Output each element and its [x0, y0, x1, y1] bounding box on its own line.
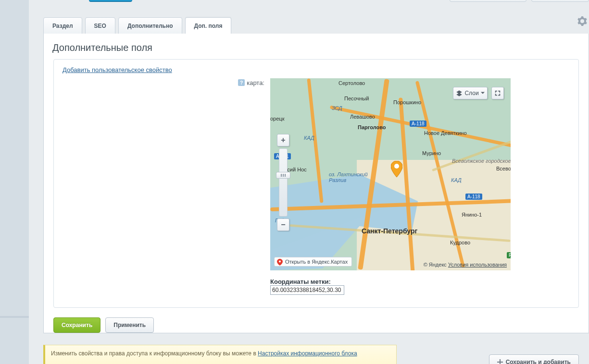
chevron-down-icon	[481, 91, 485, 95]
place-vsevolzhskoe: Всеволжское городское	[452, 158, 511, 164]
zoom-slider-track[interactable]	[279, 148, 288, 217]
credits-prefix: © Яндекс	[424, 262, 447, 267]
tabs-bar: Раздел SEO Дополнительно Доп. поля	[43, 14, 589, 34]
place-kudrovo: Кудрово	[450, 240, 470, 245]
place-kad2: КАД	[451, 177, 462, 183]
place-novoe-devyatkino: Новое Девяткино	[424, 130, 467, 136]
zoom-in-button[interactable]: +	[277, 134, 289, 146]
open-in-yandex-label: Открыть в Яндекс.Картах	[285, 259, 348, 265]
apply-button[interactable]: Применить	[105, 317, 154, 333]
left-side-strip	[0, 0, 29, 364]
yandex-map[interactable]: Сертолово Песочный Порошкино Левашово Па…	[270, 78, 511, 270]
save-and-add-button[interactable]: Сохранить и добавить	[489, 354, 579, 364]
place-zsd: ЗСД	[332, 105, 342, 111]
layers-button[interactable]: Слои	[453, 87, 488, 99]
road-badge-4: Р-21	[507, 252, 511, 258]
tab-extra-fields[interactable]: Доп. поля	[185, 17, 232, 34]
zoom-slider-handle[interactable]	[276, 172, 290, 179]
place-yanino: Янино-1	[462, 212, 482, 218]
coords-label: Координаты метки:	[270, 278, 511, 285]
tab-seo[interactable]: SEO	[85, 17, 115, 34]
save-button[interactable]: Сохранить	[53, 317, 100, 333]
info-notice: Изменить свойства и права доступа к инфо…	[43, 345, 397, 364]
save-and-add-label: Сохранить и добавить	[506, 359, 571, 364]
place-poroshkino: Порошкино	[393, 99, 421, 105]
zoom-out-button[interactable]: −	[277, 218, 289, 231]
place-oretsk: орецк	[270, 116, 284, 121]
tab-section[interactable]: Раздел	[43, 17, 82, 34]
fullscreen-button[interactable]	[491, 87, 504, 99]
panel-title: Дополнительные поля	[44, 34, 589, 59]
place-kad1: КАД	[304, 135, 314, 141]
open-in-yandex-maps[interactable]: Открыть в Яндекс.Картах	[274, 257, 352, 267]
layers-icon	[456, 90, 463, 97]
notice-text: Изменить свойства и права доступа к инфо…	[51, 350, 258, 357]
map-credits: © Яндекс Условия использования	[424, 262, 507, 267]
notice-link[interactable]: Настройках информационного блока	[258, 350, 357, 357]
layers-button-label: Слои	[464, 90, 478, 97]
top-ghost-button-2[interactable]	[531, 0, 589, 2]
place-vsevo: Всево	[496, 166, 511, 171]
top-blue-button-partial[interactable]	[89, 0, 132, 2]
top-ghost-button-1[interactable]	[450, 0, 526, 2]
road-badge-1: А-118	[410, 121, 426, 127]
help-icon[interactable]: ?	[238, 79, 245, 86]
fullscreen-icon	[494, 90, 501, 97]
add-user-property-link[interactable]: Добавить пользовательское свойство	[63, 66, 172, 73]
map-field-label: карта:	[247, 79, 264, 86]
place-spb: Санкт-Петербург	[362, 227, 417, 235]
place-pargolovo: Парголово	[358, 124, 386, 130]
gear-icon[interactable]	[577, 16, 587, 26]
place-murino: Мурино	[422, 150, 441, 156]
svg-point-1	[279, 261, 281, 263]
place-pesochny: Песочный	[344, 96, 369, 101]
main-panel: Дополнительные поля Добавить пользовател…	[43, 34, 589, 333]
credits-link[interactable]: Условия использования	[448, 262, 507, 267]
place-lakhtinsky: оз. Лахтинский Разлив	[329, 171, 368, 183]
panel-inner: Добавить пользовательское свойство ? кар…	[53, 59, 579, 308]
pin-icon	[277, 259, 283, 267]
road-badge-3: А-118	[465, 194, 482, 200]
place-sertolovo: Сертолово	[338, 80, 365, 86]
coords-input[interactable]	[270, 285, 344, 295]
tab-additional[interactable]: Дополнительно	[118, 17, 182, 34]
plus-icon	[497, 359, 503, 364]
place-levashovo: Левашово	[350, 114, 375, 120]
